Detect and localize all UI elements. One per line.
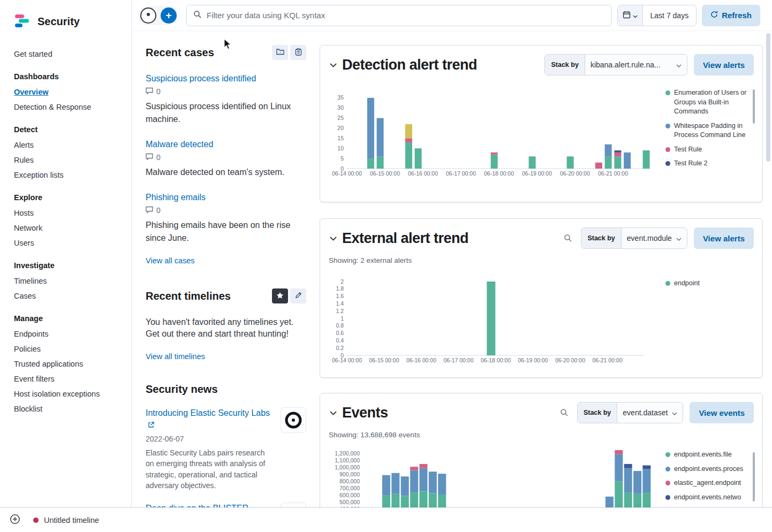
view-alerts-button[interactable]: View alerts — [694, 227, 754, 249]
sidebar-item-alerts[interactable]: Alerts — [14, 141, 122, 149]
target-circle-button[interactable] — [140, 7, 156, 24]
chevron-down-icon — [330, 61, 337, 69]
sidebar-item-host-isolation-exceptions[interactable]: Host isolation exceptions — [14, 390, 122, 398]
sidebar-item-users[interactable]: Users — [14, 239, 122, 247]
view-all-cases-link[interactable]: View all cases — [146, 256, 195, 265]
collapse-panel-button[interactable] — [329, 408, 338, 418]
news-article-link[interactable]: Introducing Elastic Security Labs — [146, 408, 270, 429]
legend-item[interactable]: Test Rule 2 — [665, 159, 751, 169]
date-range-label[interactable]: Last 7 days — [643, 11, 697, 20]
view-alerts-button[interactable]: View alerts — [694, 54, 754, 75]
refresh-icon — [710, 11, 718, 20]
case-list-item: Phishing emails 0 Phishing emails have b… — [146, 193, 306, 245]
chevron-down-icon — [633, 11, 638, 20]
edit-timeline-button[interactable] — [290, 288, 306, 303]
svg-text:0.8: 0.8 — [336, 322, 344, 329]
news-article: Introducing Elastic Security Labs 2022-0… — [146, 407, 306, 491]
legend-item[interactable]: Test Rule — [665, 145, 751, 155]
case-link[interactable]: Phishing emails — [146, 193, 206, 202]
legend-dot — [665, 161, 670, 166]
legend-item[interactable]: Whitespace Padding in Process Command Li… — [665, 121, 751, 140]
inspect-icon[interactable] — [562, 232, 574, 245]
svg-text:30: 30 — [337, 104, 344, 111]
calendar-icon — [623, 11, 631, 20]
sidebar-item-timelines[interactable]: Timelines — [14, 277, 122, 285]
case-link[interactable]: Malware detected — [146, 140, 213, 149]
overview-left-column: Recent cases Suspicious process — [146, 45, 306, 532]
sidebar-item-exception-lists[interactable]: Exception lists — [14, 171, 122, 179]
stack-by-select[interactable]: event.module — [622, 228, 687, 248]
svg-text:06-19 00:00: 06-19 00:00 — [522, 170, 552, 177]
cases-folder-icon-button[interactable] — [272, 45, 288, 60]
svg-text:5: 5 — [340, 155, 344, 162]
sidebar-item-endpoints[interactable]: Endpoints — [14, 330, 122, 338]
sidebar-item-trusted-applications[interactable]: Trusted applications — [14, 360, 122, 368]
overview-charts-column: Detection alert trend Stack by kibana.al… — [320, 45, 763, 532]
legend-item[interactable]: endpoint — [665, 279, 751, 288]
news-article-thumbnail[interactable] — [281, 407, 306, 433]
svg-text:35: 35 — [337, 94, 344, 101]
calendar-toggle[interactable] — [618, 5, 643, 26]
svg-text:06-16 00:00: 06-16 00:00 — [406, 357, 436, 363]
comment-count: 0 — [156, 153, 161, 162]
kql-search-input[interactable] — [207, 11, 605, 20]
star-icon — [276, 292, 284, 301]
svg-text:0.4: 0.4 — [336, 337, 344, 344]
sidebar-item-blocklist[interactable]: Blocklist — [14, 405, 122, 413]
svg-text:1,100,000: 1,100,000 — [335, 457, 360, 463]
legend-item[interactable]: elastic_agent.endpoint — [665, 478, 751, 488]
legend-item[interactable]: endpoint.events.netwo — [665, 493, 751, 503]
sidebar-item-policies[interactable]: Policies — [14, 345, 122, 353]
legend-scrollbar[interactable] — [753, 89, 755, 124]
sidebar-item-event-filters[interactable]: Event filters — [14, 375, 122, 383]
legend-dot — [665, 124, 670, 128]
collapse-panel-button[interactable] — [329, 60, 338, 70]
quick-actions-group: + — [138, 6, 179, 25]
cases-clipboard-icon-button[interactable] — [290, 45, 306, 60]
view-all-timelines-link[interactable]: View all timelines — [146, 352, 205, 361]
svg-text:700,000: 700,000 — [339, 485, 360, 491]
add-timeline-button[interactable] — [9, 513, 21, 527]
sidebar-item-rules[interactable]: Rules — [14, 156, 122, 164]
page-scrollbar[interactable] — [766, 33, 770, 162]
legend-scrollbar[interactable] — [753, 452, 755, 501]
sidebar-item-overview[interactable]: Overview — [14, 88, 122, 96]
legend-item[interactable]: Enumeration of Users or Groups via Built… — [665, 88, 751, 117]
sidebar-item-cases[interactable]: Cases — [14, 292, 122, 300]
collapse-panel-button[interactable] — [329, 233, 338, 244]
view-events-button[interactable]: View events — [690, 402, 754, 423]
sidebar-item-detection-response[interactable]: Detection & Response — [14, 103, 122, 111]
svg-text:06-19 00:00: 06-19 00:00 — [518, 357, 548, 363]
stack-by-control: Stack by event.dataset — [577, 402, 683, 423]
target-icon — [145, 11, 152, 20]
date-picker[interactable]: Last 7 days — [617, 5, 697, 26]
sidebar-section-dashboards: Dashboards — [14, 72, 122, 81]
timelines-empty-message: You haven't favorited any timelines yet.… — [146, 316, 306, 340]
svg-text:1.4: 1.4 — [336, 300, 344, 307]
svg-text:500,000: 500,000 — [339, 499, 360, 505]
legend-dot — [665, 481, 670, 485]
inspect-icon[interactable] — [558, 406, 571, 419]
sidebar-section-investigate: Investigate — [14, 261, 122, 270]
svg-text:1.2: 1.2 — [336, 308, 344, 314]
comment-icon — [146, 153, 153, 162]
sidebar-nav: Get started Dashboards Overview Detectio… — [14, 50, 122, 413]
refresh-button[interactable]: Refresh — [702, 5, 760, 26]
legend-item[interactable]: endpoint.events.file — [665, 450, 751, 460]
legend-item[interactable]: endpoint.events.proces — [665, 465, 751, 474]
sidebar-item-network[interactable]: Network — [14, 224, 122, 232]
stack-by-label: Stack by — [545, 55, 585, 75]
stack-by-select[interactable]: kibana.alert.rule.na... — [585, 55, 687, 75]
sidebar-item-hosts[interactable]: Hosts — [14, 209, 122, 217]
favorites-filter-button[interactable] — [272, 288, 288, 303]
add-circle-button[interactable]: + — [161, 7, 177, 24]
timeline-toggle[interactable]: Untitled timeline — [33, 516, 99, 525]
external-link-icon — [148, 420, 154, 431]
svg-text:06-16 00:00: 06-16 00:00 — [408, 170, 438, 177]
svg-text:800,000: 800,000 — [339, 478, 360, 484]
sidebar-item-get-started[interactable]: Get started — [14, 50, 122, 58]
case-link[interactable]: Suspicious process identified — [146, 74, 256, 83]
chevron-down-icon — [330, 409, 337, 417]
case-list-item: Malware detected 0 Malware detected on t… — [146, 140, 306, 179]
stack-by-select[interactable]: event.dataset — [617, 402, 683, 423]
